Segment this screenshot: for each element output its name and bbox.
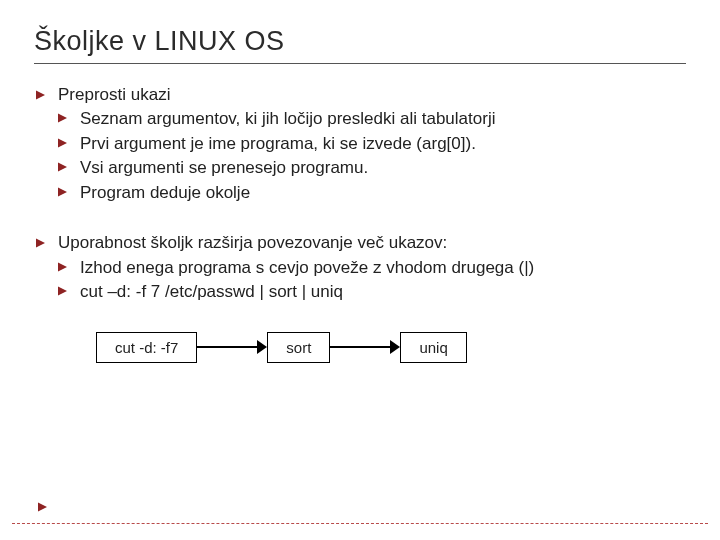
bullet-marker-icon — [58, 138, 67, 148]
sub-text: Vsi argumenti se prenesejo programu. — [80, 158, 368, 177]
arrow-right-icon — [330, 340, 400, 354]
sub-item: cut –d: -f 7 /etc/passwd | sort | uniq — [58, 281, 686, 303]
sub-item: Izhod enega programa s cevjo poveže z vh… — [58, 257, 686, 279]
bullet-text: Uporabnost školjk razširja povezovanje v… — [58, 233, 447, 252]
bullet-marker-icon — [58, 286, 67, 296]
bullet-text: Preprosti ukazi — [58, 85, 170, 104]
sub-list: Seznam argumentov, ki jih ločijo presled… — [58, 108, 686, 204]
sub-item: Seznam argumentov, ki jih ločijo presled… — [58, 108, 686, 130]
pipeline-diagram: cut -d: -f7 sort uniq — [96, 332, 686, 363]
footer-rule — [12, 523, 708, 524]
slide-title: Školjke v LINUX OS — [34, 26, 686, 57]
bullet-marker-icon — [58, 162, 67, 172]
diagram-box: cut -d: -f7 — [96, 332, 197, 363]
bullet-marker-icon — [36, 238, 45, 248]
bullet-marker-icon — [38, 498, 47, 508]
bullet-item: Uporabnost školjk razširja povezovanje v… — [36, 232, 686, 303]
diagram-box: sort — [267, 332, 330, 363]
arrow-right-icon — [197, 340, 267, 354]
sub-item: Vsi argumenti se prenesejo programu. — [58, 157, 686, 179]
sub-item: Prvi argument je ime programa, ki se izv… — [58, 133, 686, 155]
sub-list: Izhod enega programa s cevjo poveže z vh… — [58, 257, 686, 304]
sub-text: Prvi argument je ime programa, ki se izv… — [80, 134, 476, 153]
sub-item: Program deduje okolje — [58, 182, 686, 204]
content-body: Preprosti ukazi Seznam argumentov, ki ji… — [36, 84, 686, 304]
bullet-marker-icon — [58, 187, 67, 197]
bullet-marker-icon — [58, 262, 67, 272]
bullet-item: Preprosti ukazi Seznam argumentov, ki ji… — [36, 84, 686, 204]
diagram-box: uniq — [400, 332, 466, 363]
sub-text: Seznam argumentov, ki jih ločijo presled… — [80, 109, 495, 128]
title-underline — [34, 63, 686, 64]
sub-text: Program deduje okolje — [80, 183, 250, 202]
slide: Školjke v LINUX OS Preprosti ukazi Sezna… — [0, 0, 720, 540]
bullet-marker-icon — [36, 90, 45, 100]
sub-text: cut –d: -f 7 /etc/passwd | sort | uniq — [80, 282, 343, 301]
sub-text: Izhod enega programa s cevjo poveže z vh… — [80, 258, 534, 277]
bullet-marker-icon — [58, 113, 67, 123]
